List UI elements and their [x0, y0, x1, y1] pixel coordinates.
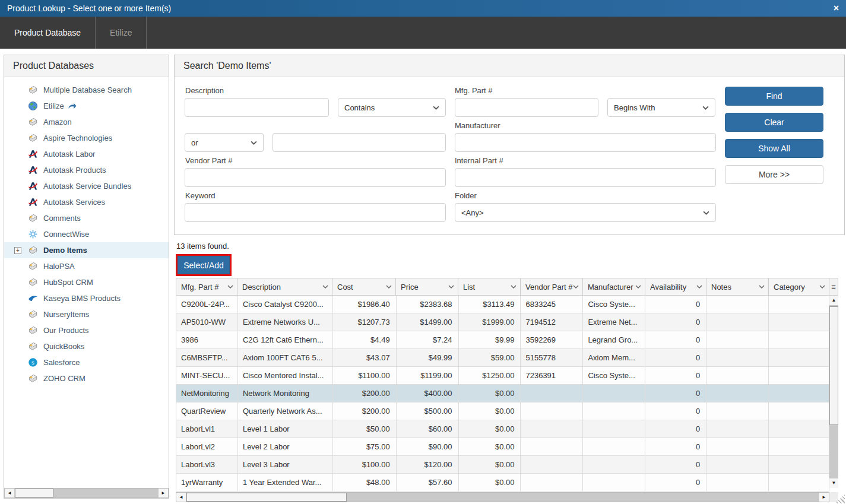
sidebar-item-amazon[interactable]: Amazon	[4, 114, 169, 130]
sidebar-item-salesforce[interactable]: sSalesforce	[4, 354, 169, 370]
more-button[interactable]: More >>	[725, 165, 823, 184]
scrollbar-thumb[interactable]	[186, 493, 347, 502]
boolean-operator-select[interactable]: or	[185, 133, 264, 152]
sidebar-item-nurseryitems[interactable]: NurseryItems	[4, 306, 169, 322]
tab-product-database[interactable]: Product Database	[0, 17, 96, 49]
cell-manufacturer	[583, 385, 645, 402]
close-icon[interactable]: ×	[834, 4, 839, 13]
table-row-3986[interactable]: 3986C2G 12ft Cat6 Ethern...$4.49$7.24$9.…	[176, 331, 829, 349]
table-vertical-scrollbar[interactable]: ▲ ▼	[829, 296, 838, 488]
sidebar-item-quickbooks[interactable]: QuickBooks	[4, 338, 169, 354]
salesforce-icon: s	[28, 357, 38, 367]
scroll-down-icon[interactable]: ▼	[829, 478, 838, 488]
column-header-category[interactable]: Category	[769, 278, 829, 296]
autotask-icon	[28, 181, 38, 191]
cell-description: Cisco Mentored Instal...	[238, 367, 333, 385]
table-row-laborlvl1[interactable]: LaborLvl1Level 1 Labor$50.00$60.00$0.000	[176, 420, 829, 438]
column-header-label: Description	[242, 283, 322, 291]
scroll-left-icon[interactable]: ◄	[176, 493, 186, 502]
mfg-part-match-select[interactable]: Begins With	[607, 98, 715, 117]
scroll-up-icon[interactable]: ▲	[829, 296, 838, 305]
sidebar-item-autotask-labor[interactable]: Autotask Labor	[4, 146, 169, 162]
scrollbar-thumb[interactable]	[829, 306, 838, 425]
table-row-c9200l-24p[interactable]: C9200L-24P...Cisco Catalyst C9200...$198…	[176, 296, 829, 313]
cell-list: $0.00	[459, 456, 521, 474]
sidebar-item-multiple-database-search[interactable]: Multiple Database Search	[4, 82, 169, 98]
description-match-select[interactable]: Contains	[338, 98, 446, 117]
vendor-part-input[interactable]	[185, 168, 446, 187]
sidebar-item-label: Multiple Database Search	[43, 85, 132, 94]
select-add-button[interactable]: Select/Add	[178, 256, 230, 274]
column-header-notes[interactable]: Notes	[706, 278, 769, 296]
column-header-label: Availability	[650, 283, 696, 291]
cell-notes	[706, 296, 769, 313]
column-header-availability[interactable]: Availability	[645, 278, 706, 296]
cell-category	[769, 296, 829, 313]
folder-select[interactable]: <Any>	[455, 203, 716, 222]
sidebar-item-hubspot-crm[interactable]: HubSpot CRM	[4, 274, 169, 290]
chevron-down-icon	[819, 285, 825, 289]
sidebar-item-autotask-service-bundles[interactable]: Autotask Service Bundles	[4, 178, 169, 194]
cell-cost: $1986.40	[333, 296, 397, 313]
table-row-netmonitoring[interactable]: NetMonitoringNetwork Monitoring$200.00$4…	[176, 385, 829, 402]
second-description-input[interactable]	[273, 133, 446, 152]
column-header-description[interactable]: Description	[237, 278, 332, 296]
table-row-laborlvl3[interactable]: LaborLvl3Level 3 Labor$100.00$120.00$0.0…	[176, 456, 829, 474]
sidebar-item-our-products[interactable]: Our Products	[4, 322, 169, 338]
expand-icon[interactable]: +	[14, 247, 21, 254]
table-row-mint-secu[interactable]: MINT-SECU...Cisco Mentored Instal...$110…	[176, 367, 829, 385]
column-header-cost[interactable]: Cost	[332, 278, 396, 296]
scroll-left-icon[interactable]: ◄	[5, 489, 14, 497]
column-header-list[interactable]: List	[458, 278, 521, 296]
chevron-down-icon	[702, 106, 709, 110]
sidebar-item-connectwise[interactable]: ConnectWise	[4, 226, 169, 242]
cell-manufacturer: Cisco Syste...	[583, 296, 645, 313]
column-header-mfg-part[interactable]: Mfg. Part #	[176, 278, 237, 296]
sidebar-item-label: Amazon	[43, 118, 72, 126]
find-button[interactable]: Find	[725, 87, 823, 106]
sidebar-item-aspire-technologies[interactable]: Aspire Technologies	[4, 130, 169, 146]
sidebar-item-zoho-crm[interactable]: ZOHO CRM	[4, 370, 169, 386]
folder-label: Folder	[455, 191, 477, 200]
sidebar-item-autotask-products[interactable]: Autotask Products	[4, 162, 169, 178]
database-icon	[28, 133, 38, 143]
sidebar-item-halopsa[interactable]: HaloPSA	[4, 258, 169, 274]
table-row-1yrwarranty[interactable]: 1yrWarranty1 Year Extended War...$48.00$…	[176, 474, 829, 492]
refresh-arrow-icon	[68, 102, 77, 110]
search-panel: Search 'Demo Items' Description Contains…	[174, 55, 845, 235]
cell-category	[769, 438, 829, 456]
table-row-quartreview[interactable]: QuartReviewQuarterly Network As...$200.0…	[176, 402, 829, 420]
tab-etilize[interactable]: Etilize	[96, 17, 147, 49]
table-horizontal-scrollbar[interactable]: ◄ ►	[176, 492, 829, 502]
scroll-right-icon[interactable]: ►	[819, 493, 829, 502]
column-menu-icon[interactable]: ≡	[829, 278, 838, 296]
sidebar-horizontal-scrollbar[interactable]: ◄ ►	[4, 488, 169, 498]
column-header-price[interactable]: Price	[396, 278, 458, 296]
keyword-input[interactable]	[185, 203, 446, 222]
show-all-button[interactable]: Show All	[725, 139, 823, 158]
cell-price: $90.00	[397, 438, 459, 456]
database-icon	[28, 309, 38, 319]
manufacturer-input[interactable]	[455, 133, 716, 152]
sidebar-item-etilize[interactable]: Etilize	[4, 98, 169, 114]
scroll-right-icon[interactable]: ►	[159, 489, 168, 497]
chevron-down-icon	[251, 141, 257, 145]
cell-list: $0.00	[459, 385, 521, 402]
scrollbar-thumb[interactable]	[15, 489, 53, 497]
clear-button[interactable]: Clear	[725, 113, 823, 132]
table-row-ap5010-ww[interactable]: AP5010-WWExtreme Networks U...$1207.73$1…	[176, 313, 829, 331]
table-row-laborlvl2[interactable]: LaborLvl2Level 2 Labor$75.00$90.00$0.000	[176, 438, 829, 456]
sidebar-item-comments[interactable]: Comments	[4, 210, 169, 226]
sidebar-item-kaseya-bms-products[interactable]: Kaseya BMS Products	[4, 290, 169, 306]
mfg-part-input[interactable]	[455, 98, 598, 117]
database-icon	[28, 213, 38, 223]
column-header-vendor-part[interactable]: Vendor Part #	[521, 278, 583, 296]
manufacturer-label: Manufacturer	[455, 121, 500, 130]
table-row-c6mbsftp[interactable]: C6MBSFTP...Axiom 100FT CAT6 5...$43.07$4…	[176, 349, 829, 367]
description-input[interactable]	[185, 98, 329, 117]
column-header-manufacturer[interactable]: Manufacturer	[583, 278, 645, 296]
sidebar-item-demo-items[interactable]: +Demo Items	[4, 242, 169, 258]
sidebar-item-autotask-services[interactable]: Autotask Services	[4, 194, 169, 210]
internal-part-input[interactable]	[455, 168, 716, 187]
dialog-title-bar: Product Lookup - Select one or more Item…	[0, 0, 846, 17]
